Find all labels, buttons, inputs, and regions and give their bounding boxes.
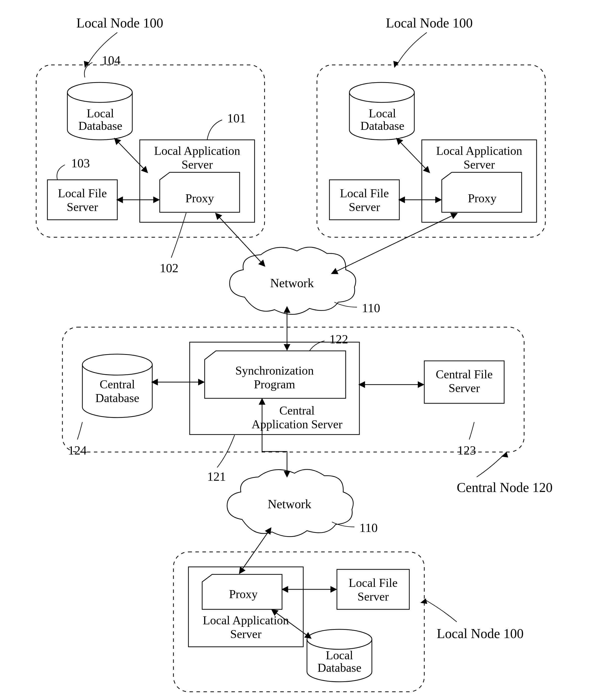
svg-text:Server: Server	[182, 158, 213, 171]
svg-text:Database: Database	[360, 119, 404, 132]
ref-102: 102	[160, 261, 179, 275]
central-application-server: Central Application Server Synchronizati…	[190, 342, 359, 434]
local-database: Local Database	[67, 82, 132, 140]
svg-line-56	[240, 528, 271, 573]
local-node-top-right: Local Node 100 Local Database Local File…	[317, 15, 545, 237]
svg-point-1	[67, 82, 132, 102]
local-node-bottom: Local Application Server Proxy Local Fil…	[174, 552, 524, 692]
central-node-title: Central Node 120	[457, 480, 552, 495]
ref-110-top: 110	[362, 301, 380, 315]
local-database: Local Database	[307, 629, 372, 682]
svg-text:Server: Server	[357, 590, 389, 603]
svg-text:Local: Local	[368, 107, 396, 120]
ref-121: 121	[207, 469, 226, 483]
svg-text:Local File: Local File	[58, 187, 107, 200]
svg-text:Local Application: Local Application	[203, 614, 289, 627]
ref-124: 124	[68, 443, 87, 457]
local-file-server: Local File Server	[47, 180, 117, 220]
svg-text:Database: Database	[79, 119, 122, 132]
svg-rect-17	[330, 180, 399, 220]
proxy: Proxy	[202, 574, 282, 609]
svg-line-27	[332, 214, 457, 274]
central-database: Central Database	[82, 354, 152, 418]
svg-text:Local File: Local File	[340, 187, 389, 200]
svg-text:Proxy: Proxy	[468, 192, 497, 205]
ref-104: 104	[102, 53, 120, 67]
svg-text:Database: Database	[95, 391, 139, 405]
network-label: Network	[270, 276, 314, 290]
ref-110-bottom: 110	[359, 521, 378, 535]
svg-text:Local Application: Local Application	[154, 144, 240, 157]
svg-text:Server: Server	[448, 381, 480, 394]
svg-rect-48	[337, 569, 409, 609]
local-node-top-left: Local Node 100 Local Database 104 Local …	[36, 15, 264, 237]
title: Local Node 100	[386, 15, 473, 31]
svg-text:Central File: Central File	[436, 368, 493, 381]
svg-text:Server: Server	[230, 627, 261, 641]
local-file-server: Local File Server	[330, 180, 399, 220]
proxy: Proxy	[160, 172, 240, 212]
ref-101: 101	[227, 111, 246, 125]
bottom-node-title: Local Node 100	[437, 626, 524, 641]
svg-text:Database: Database	[317, 661, 361, 674]
svg-text:Local File: Local File	[349, 576, 398, 589]
local-application-server: Local Application Server Proxy	[422, 140, 537, 222]
svg-text:Local: Local	[326, 649, 353, 662]
svg-text:Proxy: Proxy	[229, 588, 258, 601]
title: Local Node 100	[77, 15, 163, 31]
ref-122: 122	[330, 332, 348, 346]
network-cloud-bottom: Network	[227, 469, 353, 537]
local-application-server: Local Application Server Proxy	[188, 567, 303, 647]
svg-point-51	[307, 629, 372, 649]
svg-text:Application Server: Application Server	[252, 418, 342, 431]
svg-text:Synchronization: Synchronization	[235, 364, 314, 377]
local-application-server: Local Application Server Proxy	[140, 140, 255, 222]
svg-text:Server: Server	[349, 200, 380, 214]
svg-point-14	[349, 82, 414, 102]
svg-text:Program: Program	[254, 378, 295, 391]
local-database: Local Database	[349, 82, 414, 140]
ref-103: 103	[71, 156, 90, 170]
local-file-server: Local File Server	[337, 569, 409, 609]
network-label: Network	[268, 497, 311, 511]
svg-text:Local Application: Local Application	[436, 144, 522, 157]
svg-point-29	[82, 354, 152, 375]
svg-text:Central: Central	[100, 378, 135, 391]
svg-text:Proxy: Proxy	[186, 192, 214, 205]
synchronization-program: Synchronization Program	[205, 351, 346, 398]
svg-text:Server: Server	[463, 158, 495, 171]
svg-text:Local: Local	[87, 107, 114, 120]
svg-text:Central: Central	[279, 404, 314, 417]
ref-123: 123	[457, 443, 476, 457]
proxy: Proxy	[442, 172, 522, 212]
svg-text:Server: Server	[67, 200, 98, 214]
svg-rect-4	[47, 180, 117, 220]
central-file-server: Central File Server	[424, 361, 504, 403]
network-cloud-top: Network	[230, 247, 356, 315]
